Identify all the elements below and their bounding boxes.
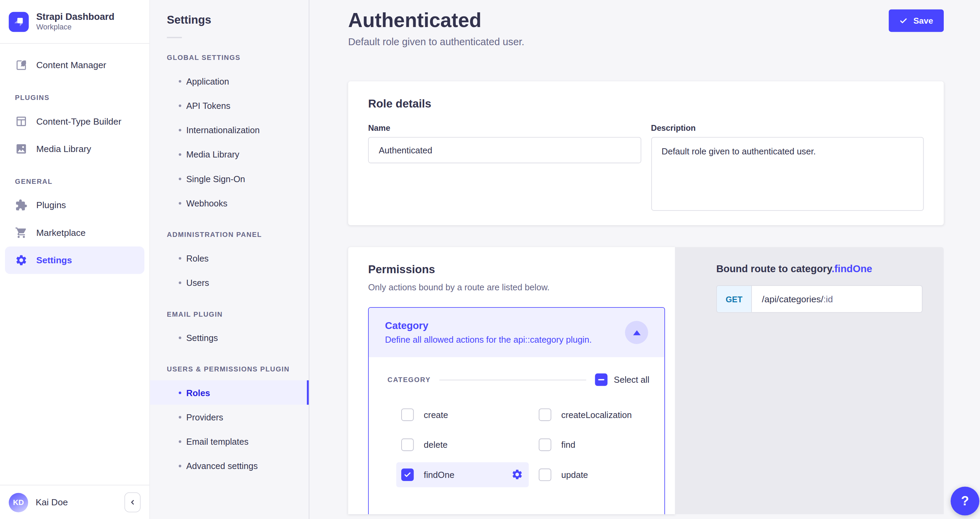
main-content: Authenticated Default role given to auth… bbox=[309, 0, 980, 519]
chevron-left-icon bbox=[128, 498, 137, 507]
user-name: Kai Doe bbox=[36, 497, 117, 507]
sidebar-item-label: Settings bbox=[36, 255, 72, 265]
find-checkbox[interactable] bbox=[539, 439, 551, 451]
update-checkbox[interactable] bbox=[539, 469, 551, 481]
bound-route-action: .findOne bbox=[832, 263, 872, 274]
permission-row-createLocalization: createLocalization bbox=[534, 402, 665, 427]
sidebar-item-plugins[interactable]: Plugins bbox=[0, 192, 150, 219]
http-method-badge: GET bbox=[717, 286, 752, 312]
settings-subnav: Settings GLOBAL SETTINGS Application API… bbox=[150, 0, 310, 519]
sidebar-nav: Content Manager PLUGINS Content-Type Bui… bbox=[0, 44, 150, 485]
category-accordion-header[interactable]: Category Define all allowed actions for … bbox=[369, 308, 664, 357]
role-name-input[interactable] bbox=[368, 137, 641, 163]
sidebar-item-label: Media Library bbox=[36, 144, 91, 154]
user-profile-row: KD Kai Doe bbox=[0, 485, 150, 519]
create-checkbox[interactable] bbox=[401, 409, 414, 421]
permissions-subtitle: Only actions bound by a route are listed… bbox=[368, 282, 665, 292]
createLocalization-checkbox[interactable] bbox=[539, 409, 551, 421]
main-sidebar: Strapi Dashboard Workplace Content Manag… bbox=[0, 0, 150, 519]
permissions-card: Permissions Only actions bound by a rout… bbox=[348, 247, 675, 514]
subnav-section-users-permissions-plugin: USERS & PERMISSIONS PLUGIN bbox=[150, 350, 309, 380]
subnav-item-admin-roles[interactable]: Roles bbox=[150, 246, 309, 270]
subnav-item-media-library[interactable]: Media Library bbox=[150, 142, 309, 166]
subnav-item-providers[interactable]: Providers bbox=[150, 405, 309, 429]
plugins-puzzle-icon bbox=[15, 199, 28, 212]
sidebar-item-marketplace[interactable]: Marketplace bbox=[0, 219, 150, 246]
bound-route-heading: Bound route to category.findOne bbox=[716, 263, 944, 275]
workspace-switcher[interactable]: Strapi Dashboard Workplace bbox=[0, 0, 150, 43]
page-subtitle: Default role given to authenticated user… bbox=[348, 36, 524, 48]
role-description-textarea[interactable]: Default role given to authenticated user… bbox=[651, 137, 924, 211]
route-path-param: :id bbox=[823, 294, 833, 304]
content-manager-icon bbox=[15, 59, 28, 72]
divider bbox=[439, 379, 586, 380]
subnav-item-application[interactable]: Application bbox=[150, 69, 309, 93]
permission-row-create: create bbox=[396, 402, 528, 427]
delete-checkbox[interactable] bbox=[401, 439, 414, 451]
findOne-settings-button[interactable] bbox=[511, 469, 524, 481]
settings-gear-icon bbox=[15, 254, 28, 267]
marketplace-cart-icon bbox=[15, 226, 28, 239]
subnav-section-global-settings: GLOBAL SETTINGS bbox=[150, 38, 309, 69]
sidebar-item-label: Marketplace bbox=[36, 228, 86, 238]
media-library-icon bbox=[15, 143, 28, 155]
page-header: Authenticated Default role given to auth… bbox=[348, 8, 944, 48]
permissions-heading: Permissions bbox=[368, 263, 665, 276]
name-label: Name bbox=[368, 123, 641, 133]
accordion-title: Category bbox=[385, 321, 592, 332]
save-button[interactable]: Save bbox=[889, 9, 944, 32]
sidebar-item-label: Content-Type Builder bbox=[36, 117, 121, 126]
page-title: Authenticated bbox=[348, 8, 524, 32]
check-icon bbox=[900, 16, 908, 25]
permission-row-delete: delete bbox=[396, 433, 528, 457]
subnav-item-up-roles[interactable]: Roles bbox=[150, 380, 309, 405]
strapi-logo-icon bbox=[9, 12, 29, 32]
permission-actions-grid: create createLocalization delete bbox=[396, 402, 649, 487]
sidebar-item-label: Plugins bbox=[36, 200, 66, 210]
route-display: GET /api/categories/:id bbox=[716, 285, 923, 313]
sidebar-item-content-type-builder[interactable]: Content-Type Builder bbox=[0, 107, 150, 135]
subnav-item-admin-users[interactable]: Users bbox=[150, 270, 309, 294]
category-accordion: Category Define all allowed actions for … bbox=[368, 307, 665, 514]
select-all-checkbox[interactable] bbox=[595, 374, 608, 386]
subnav-item-internationalization[interactable]: Internationalization bbox=[150, 118, 309, 142]
bound-route-panel: Bound route to category.findOne GET /api… bbox=[675, 247, 944, 514]
role-details-heading: Role details bbox=[368, 97, 924, 110]
help-button[interactable]: ? bbox=[951, 487, 979, 516]
content-type-builder-icon bbox=[15, 115, 28, 128]
subnav-section-email-plugin: EMAIL PLUGIN bbox=[150, 295, 309, 326]
subnav-title: Settings bbox=[167, 14, 309, 27]
findOne-checkbox[interactable] bbox=[401, 469, 414, 481]
brand-title: Strapi Dashboard bbox=[36, 11, 114, 22]
accordion-description: Define all allowed actions for the api::… bbox=[385, 335, 592, 345]
accordion-collapse-button[interactable] bbox=[625, 321, 648, 344]
subnav-item-webhooks[interactable]: Webhooks bbox=[150, 191, 309, 215]
role-details-card: Role details Name Description Default ro… bbox=[348, 81, 944, 225]
subnav-section-administration-panel: ADMINISTRATION PANEL bbox=[150, 216, 309, 246]
sidebar-item-content-manager[interactable]: Content Manager bbox=[0, 51, 150, 79]
subnav-item-api-tokens[interactable]: API Tokens bbox=[150, 93, 309, 117]
user-avatar[interactable]: KD bbox=[9, 493, 29, 512]
subnav-item-email-templates[interactable]: Email templates bbox=[150, 429, 309, 453]
sidebar-item-media-library[interactable]: Media Library bbox=[0, 135, 150, 163]
sidebar-section-plugins: PLUGINS bbox=[0, 79, 150, 107]
sidebar-item-settings[interactable]: Settings bbox=[5, 246, 144, 274]
permission-row-find: find bbox=[534, 433, 665, 457]
route-path: /api/categories/:id bbox=[752, 286, 922, 312]
subnav-item-single-sign-on[interactable]: Single Sign-On bbox=[150, 166, 309, 191]
subnav-item-email-settings[interactable]: Settings bbox=[150, 325, 309, 350]
description-label: Description bbox=[651, 123, 924, 133]
strapi-admin-app: Strapi Dashboard Workplace Content Manag… bbox=[0, 0, 980, 519]
chevron-up-icon bbox=[633, 330, 640, 335]
brand-subtitle: Workplace bbox=[36, 22, 114, 32]
select-all-label: Select all bbox=[614, 375, 649, 385]
permission-row-update: update bbox=[534, 462, 665, 487]
permission-row-findOne: findOne bbox=[396, 462, 528, 487]
sidebar-section-general: GENERAL bbox=[0, 163, 150, 192]
sidebar-item-label: Content Manager bbox=[36, 60, 107, 70]
subnav-item-advanced-settings[interactable]: Advanced settings bbox=[150, 454, 309, 478]
permission-group-label: CATEGORY bbox=[388, 376, 431, 383]
sidebar-collapse-button[interactable] bbox=[124, 492, 141, 512]
